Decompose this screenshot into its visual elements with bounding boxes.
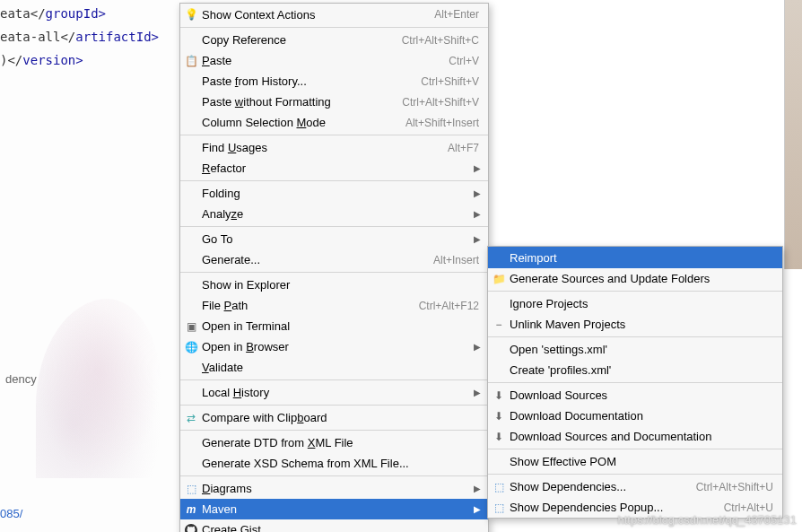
separator xyxy=(180,405,488,406)
diff-icon: ⇄ xyxy=(184,411,198,425)
separator xyxy=(180,475,488,476)
submenu-download-sources-docs[interactable]: ⬇ Download Sources and Documentation xyxy=(488,426,782,447)
separator xyxy=(488,449,782,449)
separator xyxy=(488,474,782,475)
submenu-create-profiles[interactable]: Create 'profiles.xml' xyxy=(488,360,782,380)
menu-analyze[interactable]: Analyze ▶ xyxy=(180,204,488,224)
chevron-right-icon: ▶ xyxy=(474,234,481,244)
github-icon xyxy=(184,523,198,533)
menu-paste-without-formatting[interactable]: Paste without Formatting Ctrl+Alt+Shift+… xyxy=(180,92,488,112)
chevron-right-icon: ▶ xyxy=(474,209,481,219)
menu-local-history[interactable]: Local History ▶ xyxy=(180,382,488,403)
menu-file-path[interactable]: File Path Ctrl+Alt+F12 xyxy=(180,295,488,316)
menu-validate[interactable]: Validate xyxy=(180,357,488,378)
separator xyxy=(180,226,488,227)
bulb-icon: 💡 xyxy=(184,7,198,22)
separator xyxy=(180,180,488,181)
submenu-show-effective-pom[interactable]: Show Effective POM xyxy=(488,451,782,472)
separator xyxy=(488,291,782,292)
panel-label: dency xyxy=(0,371,42,388)
diagram-icon: ⬚ xyxy=(184,482,198,496)
menu-generate-dtd[interactable]: Generate DTD from XML File xyxy=(180,432,488,453)
submenu-download-sources[interactable]: ⬇ Download Sources xyxy=(488,385,782,406)
separator xyxy=(180,272,488,273)
separator xyxy=(180,379,488,380)
globe-icon: 🌐 xyxy=(184,340,198,354)
chevron-right-icon: ▶ xyxy=(474,484,481,493)
menu-generate[interactable]: Generate... Alt+Insert xyxy=(180,249,488,270)
submenu-open-settings[interactable]: Open 'settings.xml' xyxy=(488,339,782,360)
menu-compare-clipboard[interactable]: ⇄ Compare with Clipboard xyxy=(180,407,488,428)
chevron-right-icon: ▶ xyxy=(474,388,481,397)
clipboard-icon: 📋 xyxy=(184,54,198,68)
minus-icon: − xyxy=(492,318,506,332)
submenu-show-dependencies[interactable]: ⬚ Show Dependencies... Ctrl+Alt+Shift+U xyxy=(488,476,782,497)
menu-show-context-actions[interactable]: 💡 Show Context Actions Alt+Enter xyxy=(180,4,488,25)
download-icon: ⬇ xyxy=(492,388,506,403)
download-icon: ⬇ xyxy=(492,409,506,423)
watermark: https://blog.csdn.net/qq_43705131 xyxy=(618,513,798,527)
menu-open-in-terminal[interactable]: ▣ Open in Terminal xyxy=(180,316,488,336)
chevron-right-icon: ▶ xyxy=(474,163,481,173)
maven-icon: m xyxy=(184,502,198,517)
right-panel-edge xyxy=(784,0,802,269)
diagram-icon: ⬚ xyxy=(492,501,506,515)
diagram-icon: ⬚ xyxy=(492,480,506,494)
menu-folding[interactable]: Folding ▶ xyxy=(180,183,488,204)
separator xyxy=(488,382,782,383)
menu-goto[interactable]: Go To ▶ xyxy=(180,229,488,249)
download-icon: ⬇ xyxy=(492,430,506,444)
menu-create-gist[interactable]: Create Gist... xyxy=(180,519,488,532)
submenu-reimport[interactable]: Reimport xyxy=(488,247,782,268)
chevron-right-icon: ▶ xyxy=(474,342,481,352)
menu-maven[interactable]: m Maven ▶ xyxy=(180,499,488,519)
separator xyxy=(180,430,488,431)
chevron-right-icon: ▶ xyxy=(474,504,481,514)
maven-submenu[interactable]: Reimport 📁 Generate Sources and Update F… xyxy=(487,246,783,519)
footer-number: 085/ xyxy=(0,507,22,520)
context-menu[interactable]: 💡 Show Context Actions Alt+Enter Copy Re… xyxy=(179,3,489,532)
menu-find-usages[interactable]: Find Usages Alt+F7 xyxy=(180,137,488,158)
terminal-icon: ▣ xyxy=(184,319,198,334)
submenu-download-docs[interactable]: ⬇ Download Documentation xyxy=(488,406,782,426)
menu-column-selection-mode[interactable]: Column Selection Mode Alt+Shift+Insert xyxy=(180,112,488,133)
menu-refactor[interactable]: Refactor ▶ xyxy=(180,158,488,179)
menu-paste-history[interactable]: Paste from History... Ctrl+Shift+V xyxy=(180,71,488,92)
chevron-right-icon: ▶ xyxy=(474,188,481,198)
menu-paste[interactable]: 📋 Paste Ctrl+V xyxy=(180,50,488,71)
separator xyxy=(180,135,488,135)
menu-generate-xsd[interactable]: Generate XSD Schema from XML File... xyxy=(180,453,488,474)
submenu-ignore-projects[interactable]: Ignore Projects xyxy=(488,293,782,314)
separator xyxy=(488,336,782,337)
menu-open-in-browser[interactable]: 🌐 Open in Browser ▶ xyxy=(180,336,488,357)
folder-icon: 📁 xyxy=(492,272,506,286)
submenu-unlink-maven[interactable]: − Unlink Maven Projects xyxy=(488,314,782,335)
menu-show-in-explorer[interactable]: Show in Explorer xyxy=(180,275,488,295)
submenu-generate-sources[interactable]: 📁 Generate Sources and Update Folders xyxy=(488,268,782,289)
menu-copy-reference[interactable]: Copy Reference Ctrl+Alt+Shift+C xyxy=(180,30,488,50)
separator xyxy=(180,27,488,28)
menu-diagrams[interactable]: ⬚ Diagrams ▶ xyxy=(180,478,488,499)
